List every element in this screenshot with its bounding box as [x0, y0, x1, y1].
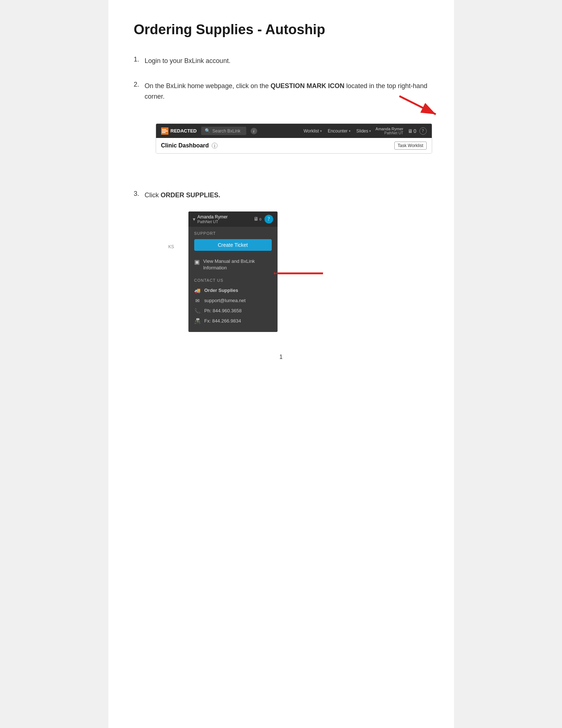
support-email-item[interactable]: ✉ support@lumea.net: [194, 296, 272, 306]
question-circle-button[interactable]: ?: [264, 215, 273, 223]
worklist-dropdown-arrow: ▾: [320, 129, 322, 133]
dropdown-arrow-user: ▾ Amanda Rymer PathNet UT: [193, 214, 228, 224]
red-arrow-1: [396, 91, 443, 120]
user-org: PathNet UT: [384, 131, 403, 135]
page-container: Ordering Supplies - Autoship 1. Login to…: [108, 0, 454, 728]
search-placeholder: Search BxLink: [212, 128, 240, 134]
contact-label: CONTACT US: [194, 278, 272, 282]
nav-items: Worklist ▾ Encounter ▾ Slides ▾: [303, 128, 371, 134]
fax-item[interactable]: 📠 Fx: 844.266.9834: [194, 316, 272, 329]
page-footer: 1: [134, 354, 429, 360]
screenshot-1: REDACTED 🔍 Search BxLink i Workli: [156, 123, 432, 154]
envelope-icon: ✉: [194, 298, 201, 304]
nav-encounter[interactable]: Encounter ▾: [328, 128, 351, 134]
support-section: SUPPORT Create Ticket: [188, 227, 278, 254]
contact-section: CONTACT US 🚚 Order Supplies ✉ support@lu…: [188, 275, 278, 332]
page-number: 1: [279, 354, 283, 360]
question-mark-button[interactable]: ?: [419, 127, 427, 135]
support-label: SUPPORT: [194, 231, 272, 236]
step-2: 2. On the BxLink home webpage, click on …: [134, 81, 429, 176]
dropdown-user: Amanda Rymer PathNet UT: [198, 214, 228, 224]
truck-icon: 🚚: [194, 288, 201, 293]
screenshot-2: ▾ Amanda Rymer PathNet UT 🖥 0 ?: [188, 211, 278, 332]
fax-text: Fx: 844.266.9834: [204, 318, 241, 324]
red-arrow-2: [274, 268, 325, 279]
page-title: Ordering Supplies - Autoship: [134, 22, 429, 37]
screenshot-2-container: KS ▾: [181, 211, 278, 332]
steps-list: 1. Login to your BxLink account. 2. On t…: [134, 56, 429, 332]
view-manual-item[interactable]: ▣ View Manual and BxLink Information: [188, 254, 278, 275]
logo-line-3: [162, 132, 166, 133]
dropdown-user-org: PathNet UT: [198, 219, 228, 224]
step-2-text: On the BxLink home webpage, click on the…: [145, 81, 429, 102]
dropdown-header-icons: 🖥 0 ?: [254, 215, 273, 223]
monitor-icon[interactable]: 🖥0: [408, 128, 416, 134]
encounter-dropdown-arrow: ▾: [349, 129, 351, 133]
step-1: 1. Login to your BxLink account.: [134, 56, 429, 66]
user-info: Amanda Rymer PathNet UT: [375, 127, 403, 135]
step-1-number: 1.: [134, 56, 145, 63]
create-ticket-button[interactable]: Create Ticket: [194, 239, 272, 251]
dropdown-expand-arrow: ▾: [193, 216, 195, 222]
nav-slides[interactable]: Slides ▾: [356, 128, 371, 134]
clinic-info-icon: i: [212, 143, 218, 149]
order-supplies-item[interactable]: 🚚 Order Supplies: [194, 285, 272, 296]
dropdown-notification-count: 0: [259, 217, 262, 221]
fax-icon: 📠: [194, 318, 201, 324]
monitor-icon-glyph: 🖥: [254, 216, 259, 222]
logo-line-2: [162, 131, 168, 131]
logo-lines: [162, 129, 168, 133]
phone-icon: 📞: [194, 308, 201, 314]
arrow-1-container: [396, 91, 443, 121]
user-name: Amanda Rymer: [375, 127, 403, 131]
screenshot-1-container: REDACTED 🔍 Search BxLink i Workli: [145, 112, 432, 172]
logo-line-1: [162, 129, 166, 130]
document-icon: ▣: [194, 258, 200, 265]
step-1-text: Login to your BxLink account.: [145, 56, 231, 66]
step-2-number: 2.: [134, 81, 145, 102]
bxlink-logo: REDACTED: [161, 127, 197, 135]
order-supplies-text: Order Supplies: [204, 288, 238, 293]
step-3-number: 3.: [134, 190, 145, 201]
support-email-text: support@lumea.net: [204, 298, 246, 303]
step-3-text: Click ORDER SUPPLIES.: [145, 190, 220, 201]
search-icon: 🔍: [205, 128, 210, 134]
nav-worklist[interactable]: Worklist ▾: [303, 128, 322, 134]
task-worklist-button[interactable]: Task Worklist: [394, 142, 426, 150]
search-bar[interactable]: 🔍 Search BxLink: [201, 127, 246, 135]
clinic-dashboard-title: Clinic Dashboard i: [161, 142, 218, 149]
dropdown-monitor-icon[interactable]: 🖥 0: [254, 216, 262, 222]
dropdown-body: SUPPORT Create Ticket ▣ View Manual and …: [188, 227, 278, 332]
svg-line-1: [399, 96, 436, 114]
bxlink-navbar: REDACTED 🔍 Search BxLink i Workli: [156, 124, 432, 138]
brand-name: REDACTED: [171, 128, 197, 134]
red-arrow-2-container: [274, 268, 325, 280]
view-manual-text: View Manual and BxLink Information: [203, 258, 272, 271]
bxlink-subbar: Clinic Dashboard i Task Worklist: [156, 138, 432, 153]
ks-label: KS: [168, 244, 174, 249]
phone-text: Ph: 844.960.3658: [204, 308, 242, 313]
nav-icons: 🖥0 ?: [408, 127, 427, 135]
info-icon: i: [251, 128, 257, 134]
slides-dropdown-arrow: ▾: [369, 129, 371, 133]
phone-item[interactable]: 📞 Ph: 844.960.3658: [194, 306, 272, 316]
logo-icon: [161, 127, 168, 135]
step-3: 3. Click ORDER SUPPLIES. KS: [134, 190, 429, 332]
dropdown-header: ▾ Amanda Rymer PathNet UT 🖥 0 ?: [188, 211, 278, 227]
dropdown-user-name: Amanda Rymer: [198, 214, 228, 219]
